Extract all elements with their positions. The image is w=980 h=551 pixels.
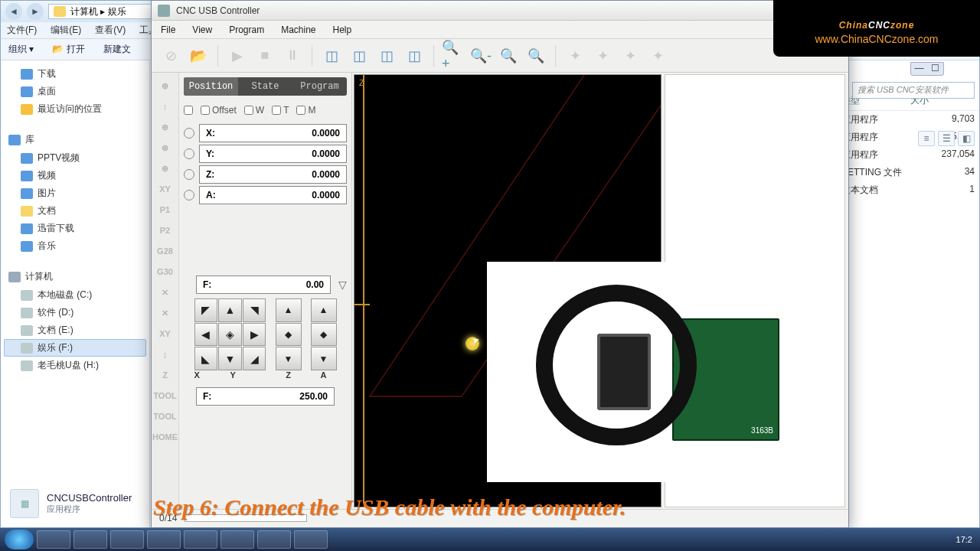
zoom-out-button[interactable]: 🔍- xyxy=(469,44,492,67)
strip-button[interactable]: XY xyxy=(154,179,177,199)
strip-button[interactable]: Z xyxy=(154,365,177,385)
menu-machine[interactable]: Machine xyxy=(281,24,315,35)
organize-button[interactable]: 组织 ▾ xyxy=(8,43,34,56)
axis-readout[interactable]: A:0.0000 xyxy=(199,186,347,204)
jog-a-up[interactable]: ▲ xyxy=(311,298,337,322)
jog-w[interactable]: ◀ xyxy=(194,323,218,347)
strip-button[interactable]: ⊕ xyxy=(154,158,177,178)
tool-button[interactable]: ✦ xyxy=(564,44,586,67)
file-row[interactable]: 文本文档1 xyxy=(841,181,979,199)
axis-radio[interactable] xyxy=(184,128,194,139)
axis-readout[interactable]: Z:0.0000 xyxy=(199,165,347,184)
zoom-fit-button[interactable]: 🔍 xyxy=(497,44,520,67)
strip-button[interactable]: ✕ xyxy=(154,303,177,323)
strip-button[interactable]: G30 xyxy=(154,262,177,282)
start-button[interactable] xyxy=(5,530,34,549)
feedrate-set[interactable]: F:250.00 xyxy=(196,387,335,406)
sidebar-item[interactable]: 本地磁盘 (C:) xyxy=(4,286,146,304)
tool-button[interactable]: ✦ xyxy=(591,44,614,67)
view-details-button[interactable]: ☰ xyxy=(938,131,955,146)
taskbar-item[interactable] xyxy=(147,530,181,549)
sidebar-item[interactable]: 视频 xyxy=(4,167,146,184)
strip-button[interactable]: TOOL xyxy=(154,386,177,406)
search-input[interactable]: 搜索 USB CNC安装软件 xyxy=(852,82,975,99)
sidebar-item[interactable]: 娱乐 (F:) xyxy=(4,339,146,357)
axis-radio[interactable] xyxy=(184,190,194,201)
taskbar-item[interactable] xyxy=(37,530,70,549)
strip-button[interactable]: XY xyxy=(154,324,177,344)
menu-help[interactable]: Help xyxy=(333,24,352,35)
menu-program[interactable]: Program xyxy=(229,24,264,35)
jog-z-up[interactable]: ▲ xyxy=(276,298,302,322)
jog-s[interactable]: ▼ xyxy=(218,347,242,370)
taskbar-item[interactable] xyxy=(294,530,328,549)
w-checkbox[interactable]: W xyxy=(244,105,264,116)
strip-button[interactable]: P1 xyxy=(154,200,177,220)
axis-radio[interactable] xyxy=(184,169,194,180)
menu-file[interactable]: File xyxy=(161,24,175,35)
open-file-button[interactable]: 📂 xyxy=(187,44,210,67)
feed-dropdown-icon[interactable]: ▽ xyxy=(338,279,347,291)
jog-sw[interactable]: ◣ xyxy=(194,347,218,370)
sidebar-item[interactable]: 老毛桃U盘 (H:) xyxy=(4,357,146,374)
jog-z-down[interactable]: ▼ xyxy=(276,347,302,370)
tab-state[interactable]: State xyxy=(238,77,292,96)
jog-e[interactable]: ▶ xyxy=(243,323,266,347)
file-row[interactable]: 应用程序9,703 xyxy=(841,111,979,129)
axis-radio[interactable] xyxy=(184,148,194,159)
jog-se[interactable]: ◢ xyxy=(243,347,266,370)
file-row[interactable]: 应用程序237,054 xyxy=(841,146,979,164)
minimize-button[interactable]: — xyxy=(911,63,927,75)
jog-center[interactable]: ◈ xyxy=(218,323,242,347)
strip-button[interactable]: ↕ xyxy=(154,96,177,116)
taskbar-item[interactable] xyxy=(257,530,291,549)
jog-a-down[interactable]: ▼ xyxy=(311,347,337,370)
tool-button[interactable]: ✦ xyxy=(646,44,669,67)
sidebar-group[interactable]: 计算机 xyxy=(4,269,146,285)
sidebar-group[interactable]: 库 xyxy=(4,132,146,148)
newfolder-button[interactable]: 新建文 xyxy=(103,43,131,56)
open-button[interactable]: 📂 打开 xyxy=(52,43,84,56)
sidebar-item[interactable]: 迅雷下载 xyxy=(4,220,146,237)
view-list-button[interactable]: ≡ xyxy=(918,131,935,146)
sidebar-item[interactable]: 下载 xyxy=(4,65,146,83)
taskbar-item[interactable] xyxy=(220,530,254,549)
sidebar-item[interactable]: 音乐 xyxy=(4,237,146,255)
menu-view[interactable]: 查看(V) xyxy=(95,24,126,37)
axis-readout[interactable]: Y:0.0000 xyxy=(199,145,347,163)
sidebar-item[interactable]: 软件 (D:) xyxy=(4,304,146,321)
strip-button[interactable]: ⊕ xyxy=(154,117,177,137)
strip-button[interactable]: G28 xyxy=(154,241,177,261)
tab-program[interactable]: Program xyxy=(292,77,347,96)
cnc-titlebar[interactable]: CNC USB Controller xyxy=(152,1,848,21)
taskbar-item[interactable] xyxy=(110,530,144,549)
strip-button[interactable]: HOME xyxy=(154,427,177,447)
strip-button[interactable]: ⊕ xyxy=(154,76,177,96)
menu-file[interactable]: 文件(F) xyxy=(7,24,37,37)
sidebar-item[interactable]: 文档 xyxy=(4,202,146,220)
strip-button[interactable]: P2 xyxy=(154,220,177,240)
strip-button[interactable]: TOOL xyxy=(154,406,177,426)
sidebar-item[interactable]: 桌面 xyxy=(4,83,146,100)
taskbar-item[interactable] xyxy=(74,530,107,549)
maximize-button[interactable]: ☐ xyxy=(927,63,943,75)
offset-checkbox[interactable] xyxy=(184,106,193,115)
sidebar-item[interactable]: 图片 xyxy=(4,184,146,202)
preview-pane-button[interactable]: ◧ xyxy=(958,131,975,146)
zoom-region-button[interactable]: 🔍 xyxy=(524,44,547,67)
m-checkbox[interactable]: M xyxy=(296,105,315,116)
jog-n[interactable]: ▲ xyxy=(218,298,242,322)
jog-z-mid[interactable]: ◆ xyxy=(276,323,302,347)
clock[interactable]: 17:2 xyxy=(956,535,975,544)
sidebar-item[interactable]: PPTV视频 xyxy=(4,149,146,167)
menu-view[interactable]: View xyxy=(192,24,212,35)
zoom-in-button[interactable]: 🔍+ xyxy=(442,44,465,67)
view-top-button[interactable]: ◫ xyxy=(320,44,343,67)
file-row[interactable]: SETTING 文件34 xyxy=(841,164,979,181)
menu-edit[interactable]: 编辑(E) xyxy=(51,24,81,37)
stop-button[interactable]: ■ xyxy=(253,44,276,67)
jog-nw[interactable]: ◤ xyxy=(194,298,218,322)
view-side-button[interactable]: ◫ xyxy=(348,44,371,67)
play-button[interactable]: ▶ xyxy=(226,44,249,67)
jog-ne[interactable]: ◥ xyxy=(243,298,266,322)
